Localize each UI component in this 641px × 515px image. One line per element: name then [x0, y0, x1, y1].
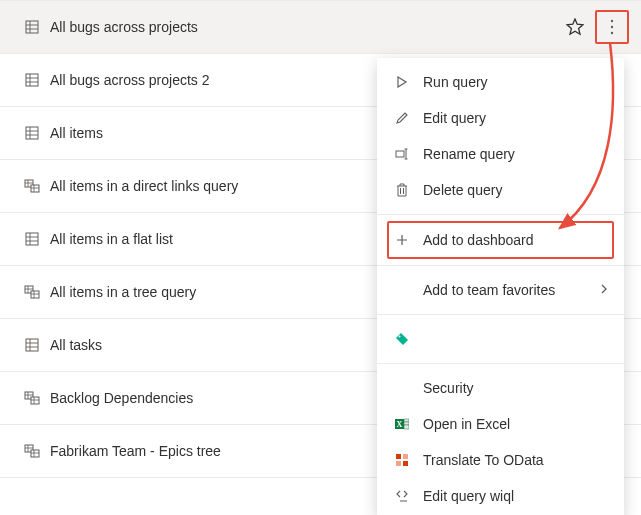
svg-rect-25 — [396, 461, 401, 466]
tree-icon — [24, 284, 40, 300]
svg-point-1 — [611, 20, 613, 22]
trash-icon — [393, 181, 411, 199]
pencil-icon — [393, 109, 411, 127]
menu-run-query[interactable]: Run query — [377, 64, 624, 100]
svg-rect-23 — [396, 454, 401, 459]
menu-tags[interactable] — [377, 321, 624, 357]
direct-links-icon — [24, 390, 40, 406]
plus-icon — [393, 231, 411, 249]
menu-edit-query[interactable]: Edit query — [377, 100, 624, 136]
svg-rect-16 — [396, 151, 404, 157]
tag-icon — [393, 330, 411, 348]
query-row[interactable]: All bugs across projects — [0, 1, 641, 54]
svg-rect-4 — [26, 74, 38, 86]
menu-label: Run query — [423, 74, 608, 90]
menu-divider — [377, 265, 624, 266]
svg-point-2 — [611, 26, 613, 28]
svg-point-17 — [399, 336, 401, 338]
flat-list-icon — [24, 231, 40, 247]
flat-list-icon — [24, 125, 40, 141]
svg-rect-26 — [403, 461, 408, 466]
blank-icon — [393, 281, 411, 299]
menu-label: Translate To OData — [423, 452, 608, 468]
svg-rect-0 — [26, 21, 38, 33]
context-menu: Run query Edit query Rename query Delete… — [377, 58, 624, 515]
odata-icon — [393, 451, 411, 469]
svg-rect-11 — [26, 339, 38, 351]
svg-rect-15 — [31, 450, 39, 457]
svg-rect-5 — [26, 127, 38, 139]
svg-rect-13 — [31, 397, 39, 404]
flat-list-icon — [24, 19, 40, 35]
menu-security[interactable]: Security — [377, 370, 624, 406]
svg-text:X: X — [397, 420, 403, 429]
favorite-star-button[interactable] — [563, 15, 587, 39]
svg-point-3 — [611, 32, 613, 34]
svg-rect-20 — [404, 419, 409, 422]
menu-divider — [377, 314, 624, 315]
tree-icon — [24, 443, 40, 459]
menu-translate-odata[interactable]: Translate To OData — [377, 442, 624, 478]
flat-list-icon — [24, 337, 40, 353]
svg-rect-7 — [31, 185, 39, 192]
menu-label: Edit query wiql — [423, 488, 608, 504]
flat-list-icon — [24, 72, 40, 88]
menu-label: Security — [423, 380, 608, 396]
menu-label: Open in Excel — [423, 416, 608, 432]
svg-rect-21 — [404, 422, 409, 425]
svg-rect-24 — [403, 454, 408, 459]
blank-icon — [393, 379, 411, 397]
menu-rename-query[interactable]: Rename query — [377, 136, 624, 172]
menu-label: Delete query — [423, 182, 608, 198]
menu-add-team-favorites[interactable]: Add to team favorites — [377, 272, 624, 308]
excel-icon: X — [393, 415, 411, 433]
direct-links-icon — [24, 178, 40, 194]
wiql-icon — [393, 487, 411, 505]
svg-rect-8 — [26, 233, 38, 245]
menu-divider — [377, 214, 624, 215]
menu-label: Add to dashboard — [423, 232, 608, 248]
menu-label: Rename query — [423, 146, 608, 162]
menu-edit-wiql[interactable]: Edit query wiql — [377, 478, 624, 514]
query-label: All bugs across projects — [50, 19, 563, 35]
svg-rect-10 — [31, 291, 39, 298]
menu-add-to-dashboard[interactable]: Add to dashboard — [387, 221, 614, 259]
menu-delete-query[interactable]: Delete query — [377, 172, 624, 208]
play-icon — [393, 73, 411, 91]
menu-divider — [377, 363, 624, 364]
svg-rect-22 — [404, 425, 409, 429]
menu-label: Add to team favorites — [423, 282, 600, 298]
menu-open-excel[interactable]: X Open in Excel — [377, 406, 624, 442]
more-actions-button[interactable] — [595, 10, 629, 44]
rename-icon — [393, 145, 411, 163]
menu-label: Edit query — [423, 110, 608, 126]
chevron-right-icon — [600, 283, 608, 297]
